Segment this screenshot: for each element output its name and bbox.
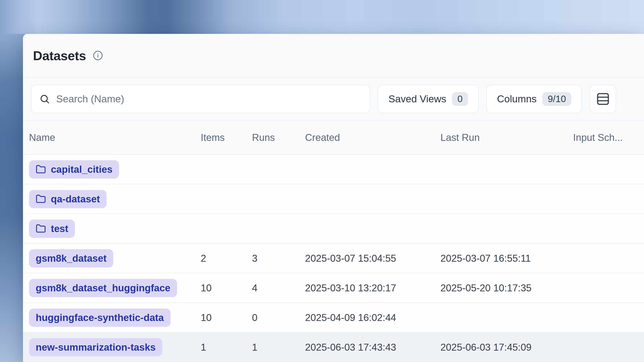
name-cell: gsm8k_dataset_huggingface xyxy=(29,279,201,297)
name-cell: qa-dataset xyxy=(29,190,201,208)
folder-icon xyxy=(36,194,46,204)
column-header-items[interactable]: Items xyxy=(201,132,252,143)
saved-views-button[interactable]: Saved Views 0 xyxy=(378,85,479,113)
dataset-name: capital_cities xyxy=(51,164,112,175)
name-cell: new-summarization-tasks xyxy=(29,338,201,357)
toolbar: Saved Views 0 Columns 9/10 xyxy=(23,77,644,121)
table-row[interactable]: capital_cities xyxy=(23,155,644,184)
dataset-name-badge[interactable]: gsm8k_dataset xyxy=(29,249,113,268)
name-cell: test xyxy=(29,220,201,238)
name-cell: gsm8k_dataset xyxy=(29,249,201,268)
dataset-name-badge[interactable]: new-summarization-tasks xyxy=(29,338,162,357)
page-title: Datasets xyxy=(33,48,86,63)
table-header-row: NameItemsRunsCreatedLast RunInput Sch... xyxy=(23,121,644,155)
last-run-cell: 2025-05-20 10:17:35 xyxy=(440,282,573,294)
dataset-name-badge[interactable]: gsm8k_dataset_huggingface xyxy=(29,279,177,297)
table-row[interactable]: qa-dataset xyxy=(23,184,644,214)
dataset-name: gsm8k_dataset_huggingface xyxy=(36,282,170,294)
page-header: Datasets xyxy=(23,34,644,77)
dataset-name-badge[interactable]: huggingface-synthetic-data xyxy=(29,309,170,327)
items-cell: 10 xyxy=(201,312,252,323)
columns-count-badge: 9/10 xyxy=(542,92,571,106)
name-cell: capital_cities xyxy=(29,160,201,179)
items-cell: 2 xyxy=(201,253,252,264)
table-row[interactable]: huggingface-synthetic-data 10 0 2025-04-… xyxy=(23,303,644,333)
column-header-last-run[interactable]: Last Run xyxy=(440,132,573,143)
dataset-name: gsm8k_dataset xyxy=(36,253,106,264)
last-run-cell: 2025-03-07 16:55:11 xyxy=(440,253,573,264)
dataset-name: huggingface-synthetic-data xyxy=(36,312,164,323)
runs-cell: 0 xyxy=(252,312,305,323)
datasets-panel: Datasets Saved Views 0 Columns 9/10 xyxy=(23,34,644,362)
runs-cell: 4 xyxy=(252,282,305,294)
search-box[interactable] xyxy=(31,85,370,113)
table-row[interactable]: new-summarization-tasks 1 1 2025-06-03 1… xyxy=(23,333,644,362)
table-body: capital_cities qa-dataset xyxy=(23,155,644,362)
dataset-name: test xyxy=(51,223,68,234)
info-icon[interactable] xyxy=(93,50,103,61)
table-row[interactable]: test xyxy=(23,214,644,244)
search-icon xyxy=(39,94,50,104)
created-cell: 2025-03-10 13:20:17 xyxy=(305,282,440,294)
search-input[interactable] xyxy=(56,93,362,105)
table-row[interactable]: gsm8k_dataset_huggingface 10 4 2025-03-1… xyxy=(23,273,644,303)
dataset-name-badge[interactable]: test xyxy=(29,220,75,238)
saved-views-count-badge: 0 xyxy=(452,92,468,106)
name-cell: huggingface-synthetic-data xyxy=(29,309,201,327)
saved-views-label: Saved Views xyxy=(388,93,446,105)
created-cell: 2025-03-07 15:04:55 xyxy=(305,253,440,264)
created-cell: 2025-06-03 17:43:43 xyxy=(305,342,440,353)
dataset-name-badge[interactable]: qa-dataset xyxy=(29,190,106,208)
folder-icon xyxy=(36,164,46,175)
items-cell: 10 xyxy=(201,282,252,294)
dataset-name: qa-dataset xyxy=(51,193,100,205)
row-height-button[interactable] xyxy=(590,85,616,113)
runs-cell: 1 xyxy=(252,342,305,353)
items-cell: 1 xyxy=(201,342,252,353)
folder-icon xyxy=(36,224,46,234)
dataset-name-badge[interactable]: capital_cities xyxy=(29,160,119,179)
columns-label: Columns xyxy=(497,93,537,105)
column-header-created[interactable]: Created xyxy=(305,132,440,143)
dataset-name: new-summarization-tasks xyxy=(36,342,156,353)
rows-3-icon xyxy=(596,92,610,106)
columns-button[interactable]: Columns 9/10 xyxy=(486,85,582,113)
table-row[interactable]: gsm8k_dataset 2 3 2025-03-07 15:04:55 20… xyxy=(23,244,644,273)
runs-cell: 3 xyxy=(252,253,305,264)
column-header-runs[interactable]: Runs xyxy=(252,132,305,143)
column-header-input-sch[interactable]: Input Sch... xyxy=(573,132,644,143)
column-header-name[interactable]: Name xyxy=(29,132,201,143)
created-cell: 2025-04-09 16:02:44 xyxy=(305,312,440,323)
last-run-cell: 2025-06-03 17:45:09 xyxy=(440,342,573,353)
